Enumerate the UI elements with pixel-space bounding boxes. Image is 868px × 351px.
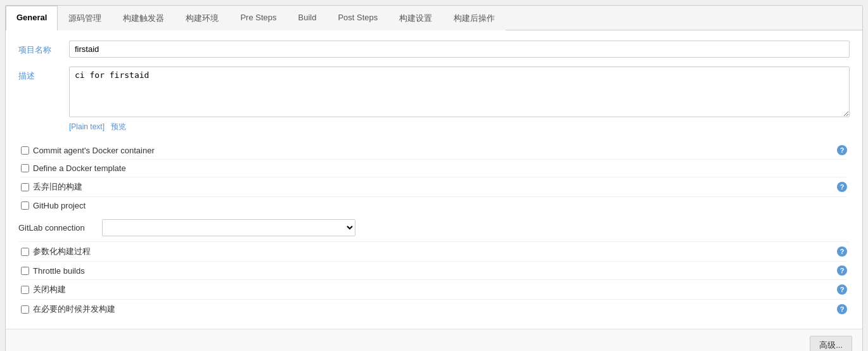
preview-link[interactable]: 预览 bbox=[111, 122, 126, 131]
gitlab-connection-select[interactable] bbox=[102, 219, 355, 236]
description-label: 描述 bbox=[18, 67, 69, 82]
tab-bar: General 源码管理 构建触发器 构建环境 Pre Steps Build … bbox=[6, 6, 862, 30]
checkbox-left-disable-build: 关闭构建 bbox=[21, 284, 66, 295]
tab-pre-steps[interactable]: Pre Steps bbox=[229, 6, 287, 30]
label-discard-old[interactable]: 丢弃旧的构建 bbox=[33, 181, 82, 193]
checkbox-row-define-docker: Define a Docker template bbox=[21, 160, 847, 177]
project-name-label: 项目名称 bbox=[18, 41, 69, 56]
tab-source[interactable]: 源码管理 bbox=[58, 6, 112, 30]
label-commit-docker[interactable]: Commit agent's Docker container bbox=[33, 146, 155, 155]
checkbox-row-parameterized: 参数化构建过程 ? bbox=[21, 242, 847, 262]
tab-post-ops[interactable]: 构建后操作 bbox=[443, 6, 506, 30]
project-name-input-wrapper bbox=[69, 41, 850, 58]
checkbox-define-docker[interactable] bbox=[21, 164, 29, 172]
plain-text-link[interactable]: [Plain text] bbox=[69, 122, 105, 131]
checkbox-throttle[interactable] bbox=[21, 267, 29, 275]
label-disable-build[interactable]: 关闭构建 bbox=[33, 284, 66, 295]
project-name-row: 项目名称 bbox=[18, 41, 850, 58]
checkbox-row-github-project: GitHub project bbox=[21, 197, 847, 214]
advanced-button[interactable]: 高级... bbox=[810, 336, 852, 351]
checkbox-disable-build[interactable] bbox=[21, 286, 29, 294]
main-panel: General 源码管理 构建触发器 构建环境 Pre Steps Build … bbox=[5, 5, 863, 351]
help-icon-discard-old[interactable]: ? bbox=[837, 182, 847, 192]
help-icon-disable-build[interactable]: ? bbox=[837, 284, 847, 295]
checkbox-discard-old[interactable] bbox=[21, 183, 29, 191]
checkbox-row-concurrent: 在必要的时候并发构建 ? bbox=[21, 300, 847, 319]
project-name-input[interactable] bbox=[69, 41, 850, 58]
label-github-project[interactable]: GitHub project bbox=[33, 201, 86, 210]
label-define-docker[interactable]: Define a Docker template bbox=[33, 163, 126, 173]
page-container: General 源码管理 构建触发器 构建环境 Pre Steps Build … bbox=[0, 0, 868, 351]
checkbox-left-throttle: Throttle builds bbox=[21, 266, 85, 276]
checkbox-row-throttle: Throttle builds ? bbox=[21, 262, 847, 280]
checkbox-section-2: 参数化构建过程 ? Throttle builds ? 关闭构建 bbox=[18, 242, 850, 319]
help-icon-parameterized[interactable]: ? bbox=[837, 246, 847, 257]
help-icon-concurrent[interactable]: ? bbox=[837, 304, 847, 314]
checkbox-commit-docker[interactable] bbox=[21, 146, 29, 155]
description-textarea[interactable]: ci for firstaid bbox=[69, 67, 850, 117]
checkbox-parameterized[interactable] bbox=[21, 248, 29, 256]
checkbox-section-1: Commit agent's Docker container ? Define… bbox=[18, 141, 850, 214]
checkbox-row-disable-build: 关闭构建 ? bbox=[21, 280, 847, 300]
gitlab-connection-select-wrapper bbox=[102, 219, 355, 236]
checkbox-left-github-project: GitHub project bbox=[21, 201, 86, 210]
label-parameterized[interactable]: 参数化构建过程 bbox=[33, 246, 91, 257]
checkbox-left-commit-docker: Commit agent's Docker container bbox=[21, 146, 155, 155]
gitlab-connection-label: GitLab connection bbox=[18, 223, 94, 233]
checkbox-github-project[interactable] bbox=[21, 201, 29, 210]
checkbox-row-discard-old: 丢弃旧的构建 ? bbox=[21, 177, 847, 197]
label-concurrent[interactable]: 在必要的时候并发构建 bbox=[33, 303, 115, 315]
checkbox-left-define-docker: Define a Docker template bbox=[21, 163, 126, 173]
checkbox-row-commit-docker: Commit agent's Docker container ? bbox=[21, 141, 847, 160]
checkbox-left-concurrent: 在必要的时候并发构建 bbox=[21, 303, 115, 315]
tab-build[interactable]: Build bbox=[288, 6, 328, 30]
checkbox-left-parameterized: 参数化构建过程 bbox=[21, 246, 91, 257]
tab-content: 项目名称 描述 ci for firstaid [Plain text] 预览 bbox=[6, 30, 862, 329]
gitlab-connection-row: GitLab connection bbox=[18, 214, 850, 242]
tab-trigger[interactable]: 构建触发器 bbox=[112, 6, 175, 30]
tab-post-steps[interactable]: Post Steps bbox=[327, 6, 388, 30]
checkbox-left-discard-old: 丢弃旧的构建 bbox=[21, 181, 82, 193]
checkbox-concurrent[interactable] bbox=[21, 305, 29, 314]
text-format-bar: [Plain text] 预览 bbox=[69, 122, 850, 132]
description-input-wrapper: ci for firstaid [Plain text] 预览 bbox=[69, 67, 850, 132]
help-icon-throttle[interactable]: ? bbox=[837, 265, 847, 276]
tab-settings[interactable]: 构建设置 bbox=[388, 6, 443, 30]
tab-general[interactable]: General bbox=[6, 6, 58, 30]
tab-env[interactable]: 构建环境 bbox=[175, 6, 229, 30]
label-throttle[interactable]: Throttle builds bbox=[33, 266, 85, 276]
bottom-bar: 高级... bbox=[6, 329, 862, 351]
description-row: 描述 ci for firstaid [Plain text] 预览 bbox=[18, 67, 850, 132]
help-icon-commit-docker[interactable]: ? bbox=[837, 145, 847, 155]
